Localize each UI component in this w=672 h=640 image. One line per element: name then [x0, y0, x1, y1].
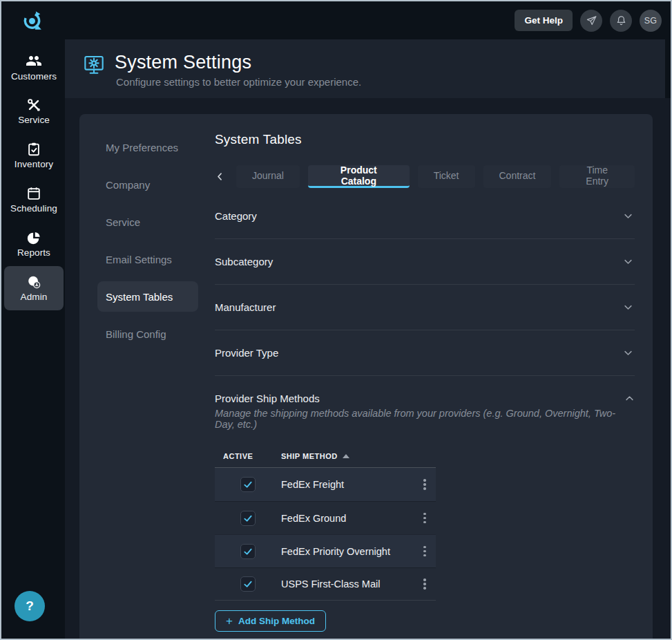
check-icon [242, 578, 253, 590]
settings-nav-my-preferences[interactable]: My Preferences [97, 132, 198, 162]
accordion-section-subcategory[interactable]: Subcategory [215, 239, 635, 285]
section-description: Manage the shipping methods available fr… [215, 408, 635, 430]
section-label: Category [215, 210, 257, 222]
table-tabs: Journal Product Catalog Ticket Contract … [215, 165, 635, 188]
chevron-down-icon [623, 211, 633, 221]
accordion-section-provider-type[interactable]: Provider Type [215, 330, 635, 376]
chevron-up-icon [624, 393, 635, 404]
settings-nav-billing-config[interactable]: Billing Config [97, 319, 198, 349]
system-tables-panel: System Tables Journal Product Catalog Ti… [215, 114, 653, 639]
column-header-active: ACTIVE [215, 452, 281, 460]
active-checkbox[interactable] [240, 576, 256, 592]
provider-ship-methods-section: Provider Ship Methods Manage the shippin… [215, 376, 635, 632]
page-header: System Settings Configure settings to be… [65, 39, 665, 98]
column-header-ship-method[interactable]: SHIP METHOD [281, 452, 349, 460]
sidebar-item-reports[interactable]: Reports [4, 222, 64, 266]
sidebar-nav: Customers Service [1, 45, 65, 310]
row-menu-button[interactable] [418, 479, 432, 490]
table-header-row: ACTIVE SHIP METHOD [215, 445, 436, 468]
section-label: Provider Type [215, 347, 278, 359]
row-menu-button[interactable] [418, 578, 432, 590]
check-icon [242, 513, 253, 524]
tab-product-catalog[interactable]: Product Catalog [308, 165, 410, 188]
chevron-down-icon [623, 256, 633, 267]
tabs-scroll-left-button[interactable] [215, 171, 228, 182]
sidebar-item-customers[interactable]: Customers [4, 45, 64, 89]
ship-method-name: USPS First-Class Mail [281, 578, 418, 590]
ship-method-name: FedEx Ground [281, 513, 418, 524]
check-icon [242, 546, 253, 557]
table-row: FedEx Freight [215, 468, 436, 501]
page-header-text: System Settings Configure settings to be… [115, 52, 361, 98]
sidebar-item-scheduling[interactable]: Scheduling [4, 178, 64, 222]
table-row: USPS First-Class Mail [215, 567, 436, 601]
accordion-section-category[interactable]: Category [215, 194, 635, 239]
row-menu-button[interactable] [418, 546, 432, 557]
sidebar-item-label: Scheduling [10, 203, 57, 214]
section-label: Manufacturer [215, 301, 276, 313]
sidebar-item-admin[interactable]: Admin [4, 266, 64, 310]
settings-nav: My Preferences Company Service Email Set… [79, 114, 215, 639]
settings-monitor-icon [83, 54, 105, 76]
bell-icon [615, 15, 627, 26]
ship-methods-table: ACTIVE SHIP METHOD [215, 445, 436, 601]
page-title: System Settings [115, 52, 361, 73]
settings-nav-system-tables[interactable]: System Tables [97, 281, 198, 312]
section-label: Subcategory [215, 256, 273, 267]
chevron-down-icon [623, 348, 633, 358]
row-menu-button[interactable] [418, 513, 432, 524]
user-avatar[interactable]: SG [640, 10, 662, 32]
settings-nav-company[interactable]: Company [97, 169, 198, 200]
section-label: Provider Ship Methods [215, 393, 320, 404]
calendar-icon [26, 186, 41, 201]
settings-nav-service[interactable]: Service [97, 207, 198, 237]
sidebar: Customers Service [1, 1, 65, 639]
sidebar-item-inventory[interactable]: Inventory [4, 133, 64, 178]
ship-method-name: FedEx Freight [281, 479, 418, 490]
sidebar-item-service[interactable]: Service [4, 89, 64, 133]
sidebar-item-label: Service [18, 115, 50, 125]
admin-icon [26, 274, 41, 290]
active-checkbox[interactable] [240, 544, 256, 559]
sidebar-item-label: Reports [17, 247, 50, 258]
tab-contract[interactable]: Contract [483, 165, 552, 188]
app-logo[interactable] [1, 1, 65, 39]
tools-icon [26, 97, 41, 113]
help-fab-label: ? [26, 599, 34, 614]
people-icon [26, 53, 42, 69]
main-column: Get Help SG [65, 1, 671, 639]
logo-icon [22, 10, 43, 31]
plus-icon: + [226, 615, 233, 627]
add-ship-method-button[interactable]: + Add Ship Method [215, 610, 326, 632]
chevron-down-icon [623, 302, 633, 312]
tab-ticket[interactable]: Ticket [418, 165, 475, 188]
sidebar-item-label: Inventory [15, 159, 53, 169]
notifications-button[interactable] [610, 10, 632, 32]
app-window: Customers Service [0, 0, 672, 640]
page-subtitle: Configure settings to better optimize yo… [116, 76, 361, 88]
send-feedback-button[interactable] [580, 10, 602, 32]
pie-chart-icon [26, 230, 41, 245]
settings-nav-email-settings[interactable]: Email Settings [97, 244, 198, 274]
accordion-section-provider-ship-methods[interactable]: Provider Ship Methods [215, 393, 635, 404]
ship-method-name: FedEx Priority Overnight [281, 546, 418, 557]
active-checkbox[interactable] [240, 477, 256, 492]
settings-card: My Preferences Company Service Email Set… [79, 114, 653, 639]
chevron-left-icon [215, 171, 225, 182]
panel-title: System Tables [215, 132, 635, 147]
sort-asc-icon [343, 454, 349, 458]
active-checkbox[interactable] [240, 511, 256, 526]
table-row: FedEx Priority Overnight [215, 534, 436, 567]
sidebar-item-label: Admin [21, 292, 48, 302]
tab-journal[interactable]: Journal [236, 165, 300, 188]
accordion-section-manufacturer[interactable]: Manufacturer [215, 285, 635, 330]
sidebar-item-label: Customers [11, 71, 57, 82]
tab-time-entry[interactable]: Time Entry [559, 165, 635, 188]
clipboard-check-icon [26, 142, 41, 157]
send-icon [586, 15, 597, 26]
help-fab-button[interactable]: ? [15, 591, 45, 621]
table-row: FedEx Ground [215, 501, 436, 534]
get-help-button[interactable]: Get Help [515, 10, 573, 31]
accordion-list: Category Subcategory Manuf [215, 194, 635, 376]
check-icon [242, 479, 253, 490]
